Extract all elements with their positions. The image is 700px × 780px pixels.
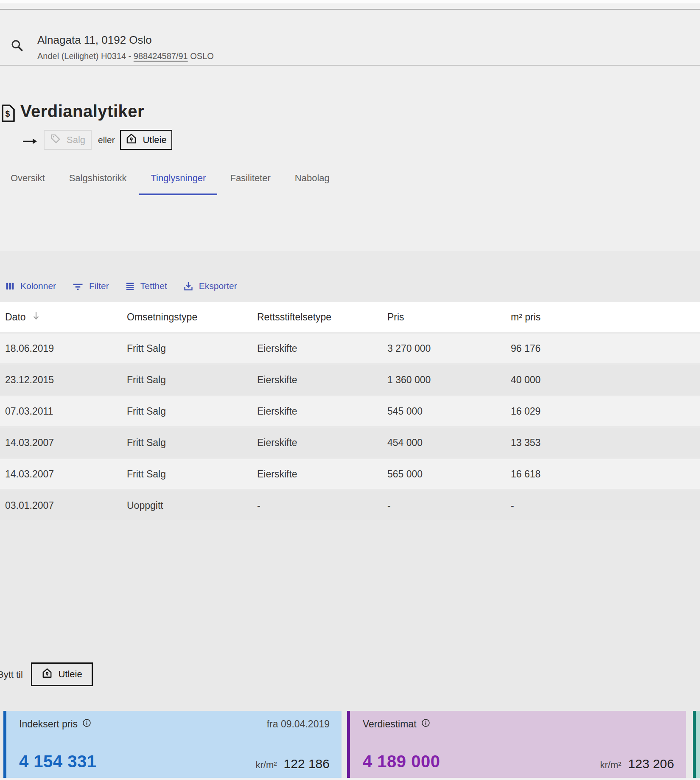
top-strip	[0, 0, 700, 3]
tab-fasiliteter[interactable]: Fasiliteter	[230, 172, 270, 184]
table-cell: 14.03.2007	[5, 469, 127, 480]
property-type: Andel (Leilighet) H0314 -	[37, 51, 134, 61]
column-header-pris[interactable]: Pris	[387, 311, 511, 323]
info-icon[interactable]	[421, 718, 430, 730]
table-body: 18.06.2019Fritt SalgEierskifte3 270 0009…	[0, 334, 700, 522]
indexed-price-per-m2: 122 186	[284, 757, 330, 771]
table-cell: 565 000	[387, 469, 511, 480]
table-cell: Eierskifte	[257, 469, 387, 480]
table-cell: Fritt Salg	[127, 469, 257, 480]
columns-button[interactable]: Kolonner	[5, 281, 56, 291]
table-cell: 16 029	[511, 406, 700, 417]
table-cell: 545 000	[387, 406, 511, 417]
filter-button-label: Filter	[89, 281, 109, 291]
column-header-dato[interactable]: Dato	[5, 311, 127, 323]
value-estimate-value: 4 189 000	[363, 752, 440, 771]
table-cell: 03.01.2007	[5, 500, 127, 511]
table-cell: Fritt Salg	[127, 406, 257, 417]
indexed-price-date: fra 09.04.2019	[267, 718, 330, 730]
search-bar[interactable]: Alnagata 11, 0192 Oslo Andel (Leilighet)…	[0, 10, 700, 66]
indexed-price-value: 4 154 331	[19, 752, 96, 771]
table-cell: Fritt Salg	[127, 374, 257, 386]
table-cell: 1 360 000	[387, 374, 511, 386]
table-cell: -	[511, 500, 700, 511]
table-cell: 23.12.2015	[5, 374, 127, 386]
table-toolbar: Kolonner Filter Tetthet Eksporter	[5, 276, 237, 296]
table-cell: 96 176	[511, 343, 700, 354]
eller-label: eller	[98, 135, 115, 145]
filter-icon	[72, 281, 84, 291]
density-button-label: Tetthet	[140, 281, 167, 291]
sort-desc-icon	[32, 311, 40, 323]
table-cell: 16 618	[511, 469, 700, 480]
density-icon	[125, 281, 135, 291]
download-icon	[183, 281, 193, 291]
tab-nabolag[interactable]: Nabolag	[295, 172, 330, 184]
property-city: OSLO	[188, 51, 214, 61]
table-cell: Fritt Salg	[127, 437, 257, 449]
tab-salgshistorikk[interactable]: Salgshistorikk	[69, 172, 127, 184]
indexed-price-label: Indeksert pris	[19, 718, 78, 730]
value-analyzer-icon: $	[0, 104, 15, 124]
table-cell: 40 000	[511, 374, 700, 386]
table-cell: Fritt Salg	[127, 343, 257, 354]
third-card-edge	[693, 711, 700, 778]
density-button[interactable]: Tetthet	[125, 281, 167, 291]
export-button[interactable]: Eksporter	[183, 281, 237, 291]
table-cell: -	[257, 500, 387, 511]
table-cell: Eierskifte	[257, 374, 387, 386]
footer-utleie-button[interactable]: Utleie	[31, 662, 93, 686]
bytt-til-label: Bytt til	[0, 669, 23, 680]
column-header-omsetningstype[interactable]: Omsetningstype	[127, 311, 257, 323]
table-cell: 3 270 000	[387, 343, 511, 354]
value-estimate-card: Verdiestimat 4 189 000 kr/m² 123 206	[347, 711, 686, 778]
salg-button-label: Salg	[67, 135, 85, 146]
value-estimate-unit: kr/m²	[600, 760, 621, 771]
table-cell: 13 353	[511, 437, 700, 449]
table-cell: Eierskifte	[257, 406, 387, 417]
table-row: 23.12.2015Fritt SalgEierskifte1 360 0004…	[0, 365, 700, 395]
column-header-m2-pris[interactable]: m² pris	[511, 311, 700, 323]
arrow-right-icon	[22, 137, 38, 147]
org-number-link[interactable]: 988424587/91	[134, 51, 188, 61]
column-header-rettsstiftelsetype[interactable]: Rettsstiftelsetype	[257, 311, 387, 323]
table-cell: Uoppgitt	[127, 500, 257, 511]
property-subtitle: Andel (Leilighet) H0314 - 988424587/91 O…	[37, 51, 214, 61]
table-header: Dato Omsetningstype Rettsstiftelsetype P…	[0, 302, 700, 332]
table-row: 14.03.2007Fritt SalgEierskifte565 00016 …	[0, 459, 700, 489]
salg-toggle-button[interactable]: Salg	[44, 130, 92, 150]
columns-icon	[5, 281, 15, 291]
value-estimate-per-m2: 123 206	[628, 757, 674, 771]
utleie-toggle-button[interactable]: Utleie	[120, 130, 172, 150]
indexed-price-card: Indeksert pris fra 09.04.2019 4 154 331 …	[3, 711, 342, 778]
top-band	[0, 3, 700, 9]
home-icon	[126, 133, 137, 147]
tag-icon	[50, 133, 61, 147]
search-icon	[10, 39, 24, 54]
tab-bar: Oversikt Salgshistorikk Tinglysninger Fa…	[11, 172, 330, 184]
bottom-strip	[0, 778, 700, 780]
footer-utleie-label: Utleie	[58, 669, 82, 680]
table-cell: 07.03.2011	[5, 406, 127, 417]
info-icon[interactable]	[82, 718, 91, 730]
table-cell: Eierskifte	[257, 343, 387, 354]
svg-text:$: $	[6, 109, 10, 118]
tab-tinglysninger[interactable]: Tinglysninger	[151, 172, 206, 184]
export-button-label: Eksporter	[199, 281, 237, 291]
utleie-button-label: Utleie	[143, 135, 166, 146]
table-row: 18.06.2019Fritt SalgEierskifte3 270 0009…	[0, 334, 700, 363]
table-cell: -	[387, 500, 511, 511]
columns-button-label: Kolonner	[20, 281, 56, 291]
property-address: Alnagata 11, 0192 Oslo	[37, 34, 152, 47]
column-header-label: Dato	[5, 311, 26, 323]
home-icon	[42, 668, 53, 681]
page-title: Verdianalytiker	[20, 102, 144, 121]
tab-oversikt[interactable]: Oversikt	[11, 172, 45, 184]
table-cell: 454 000	[387, 437, 511, 449]
table-cell: Eierskifte	[257, 437, 387, 449]
table-row: 03.01.2007Uoppgitt---	[0, 491, 700, 520]
table-row: 07.03.2011Fritt SalgEierskifte545 00016 …	[0, 396, 700, 426]
table-row: 14.03.2007Fritt SalgEierskifte454 00013 …	[0, 428, 700, 457]
filter-button[interactable]: Filter	[72, 281, 109, 291]
table-cell: 18.06.2019	[5, 343, 127, 354]
